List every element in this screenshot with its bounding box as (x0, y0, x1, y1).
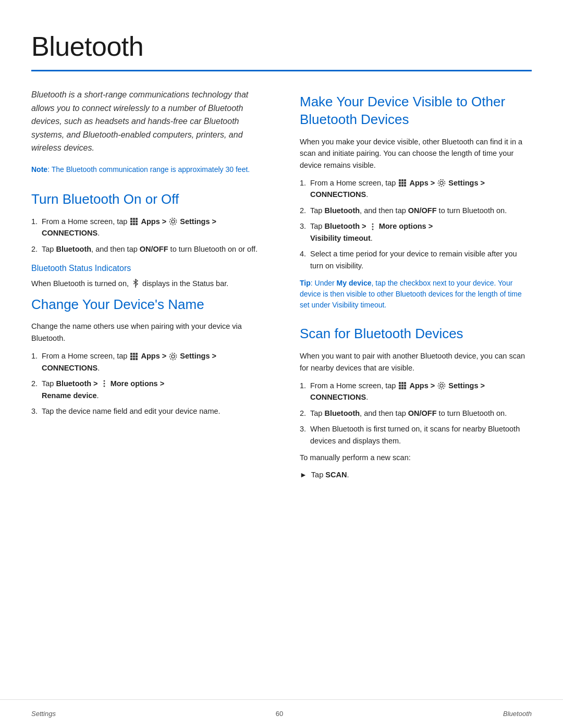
svg-rect-14 (136, 353, 138, 355)
settings-label-4: Settings > CONNECTIONS (310, 381, 485, 401)
page-content: Bluetooth Bluetooth is a short-range com… (0, 0, 563, 523)
svg-rect-33 (401, 184, 403, 187)
apps-label-3: Apps > (409, 179, 435, 187)
svg-rect-17 (136, 355, 138, 357)
svg-rect-46 (399, 387, 401, 389)
my-device-label: My device (337, 279, 372, 287)
more-options-icon-2 (369, 223, 376, 231)
list-item: 3. When Bluetooth is first turned on, it… (300, 423, 532, 447)
page-footer: Settings 60 Bluetooth (0, 699, 563, 728)
svg-rect-40 (399, 382, 401, 384)
svg-rect-7 (133, 223, 135, 225)
svg-point-39 (372, 228, 373, 230)
svg-rect-47 (401, 387, 403, 389)
scan-steps: 1. From a Home screen, tap (300, 380, 532, 447)
scan-label: SCAN (325, 471, 347, 479)
apps-icon-2 (130, 352, 138, 361)
bluetooth-label: Bluetooth (56, 245, 91, 253)
settings-icon-3 (437, 179, 446, 187)
svg-point-10 (170, 218, 177, 225)
footer-left: Settings (31, 709, 56, 719)
scan-intro: When you want to pair with another Bluet… (300, 350, 532, 374)
svg-point-49 (440, 384, 443, 387)
make-visible-intro: When you make your device visible, other… (300, 136, 532, 171)
svg-rect-28 (404, 179, 406, 181)
svg-rect-2 (136, 218, 138, 220)
svg-rect-34 (404, 184, 406, 187)
svg-rect-18 (130, 358, 132, 360)
list-item: 1. From a Home screen, tap (31, 216, 263, 239)
onoff-label-2: ON/OFF (408, 206, 437, 215)
list-item: 2. Tap Bluetooth, and then tap ON/OFF to… (300, 408, 532, 419)
make-visible-steps: 1. From a Home screen, tap (300, 177, 532, 272)
change-name-steps: 1. From a Home screen, tap (31, 350, 263, 417)
svg-point-25 (103, 386, 105, 387)
left-column: Bluetooth is a short-range communication… (31, 88, 268, 481)
settings-label: Settings > CONNECTIONS (42, 217, 216, 237)
svg-rect-26 (399, 179, 401, 181)
svg-point-24 (103, 383, 105, 385)
svg-point-50 (438, 382, 445, 389)
scan-bullet: ► Tap SCAN. (300, 469, 532, 481)
svg-rect-45 (404, 385, 406, 387)
svg-point-23 (103, 380, 105, 382)
svg-point-37 (372, 223, 373, 225)
section-title-make-visible: Make Your Device Visible to Other Blueto… (300, 93, 532, 129)
svg-rect-42 (404, 382, 406, 384)
svg-rect-4 (133, 220, 135, 223)
bluetooth-label-3: Bluetooth > (324, 222, 366, 230)
list-item: 2. Tap Bluetooth, and then tap ON/OFF to… (31, 243, 263, 255)
svg-rect-41 (401, 382, 403, 384)
scan-bullet-text: Tap SCAN. (311, 469, 349, 480)
svg-rect-20 (136, 358, 138, 360)
bluetooth-label-2: Bluetooth (324, 206, 360, 215)
apps-icon-4 (398, 381, 407, 390)
settings-icon-2 (169, 352, 177, 361)
svg-rect-0 (130, 218, 132, 220)
section-title-turn-on-off: Turn Bluetooth On or Off (31, 191, 263, 208)
apps-label-4: Apps > (409, 381, 435, 390)
svg-rect-31 (404, 182, 406, 184)
more-options-icon (101, 379, 108, 388)
list-item: 1. From a Home screen, tap (31, 350, 263, 374)
section-title-change-name: Change Your Device's Name (31, 296, 263, 314)
change-name-intro: Change the name others use when pairing … (31, 320, 263, 344)
tip-text: Tip: Under My device, tap the checkbox n… (300, 278, 532, 311)
bluetooth-label-4: Bluetooth (324, 409, 360, 417)
svg-rect-43 (399, 385, 401, 387)
section-title-scan: Scan for Bluetooth Devices (300, 325, 532, 343)
list-item: 1. From a Home screen, tap (300, 380, 532, 403)
svg-rect-3 (130, 220, 132, 223)
manual-scan-label: To manually perform a new scan: (300, 452, 532, 463)
svg-point-38 (372, 226, 373, 227)
svg-rect-1 (133, 218, 135, 220)
svg-rect-16 (133, 355, 135, 357)
svg-rect-12 (130, 353, 132, 355)
list-item: 4. Select a time period for your device … (300, 248, 532, 272)
onoff-label-3: ON/OFF (408, 409, 437, 417)
svg-rect-29 (399, 182, 401, 184)
svg-rect-6 (130, 223, 132, 225)
list-item: 2. Tap Bluetooth > More options > Rename… (31, 378, 263, 401)
bluetooth-status-icon (132, 279, 139, 288)
svg-rect-5 (136, 220, 138, 223)
list-item: 3. Tap the device name field and edit yo… (31, 405, 263, 417)
bullet-arrow-icon: ► (300, 470, 307, 481)
apps-icon (130, 217, 138, 226)
visibility-timeout-label: Visibility timeout (310, 234, 371, 242)
status-indicators-text: When Bluetooth is turned on, displays in… (31, 278, 263, 289)
two-column-layout: Bluetooth is a short-range communication… (31, 88, 532, 481)
svg-rect-32 (399, 184, 401, 187)
svg-point-22 (170, 353, 177, 360)
bluetooth-more-label: Bluetooth > (56, 379, 97, 388)
svg-rect-15 (130, 355, 132, 357)
svg-point-35 (440, 181, 443, 184)
note-content: : The Bluetooth communication range is a… (47, 165, 250, 174)
right-column: Make Your Device Visible to Other Blueto… (295, 88, 532, 481)
note-text: Note: The Bluetooth communication range … (31, 164, 263, 175)
svg-point-21 (172, 355, 175, 358)
svg-point-9 (172, 220, 175, 223)
subsection-title-status: Bluetooth Status Indicators (31, 262, 263, 275)
more-options-label: More options > (111, 379, 165, 388)
footer-center: 60 (276, 709, 283, 719)
